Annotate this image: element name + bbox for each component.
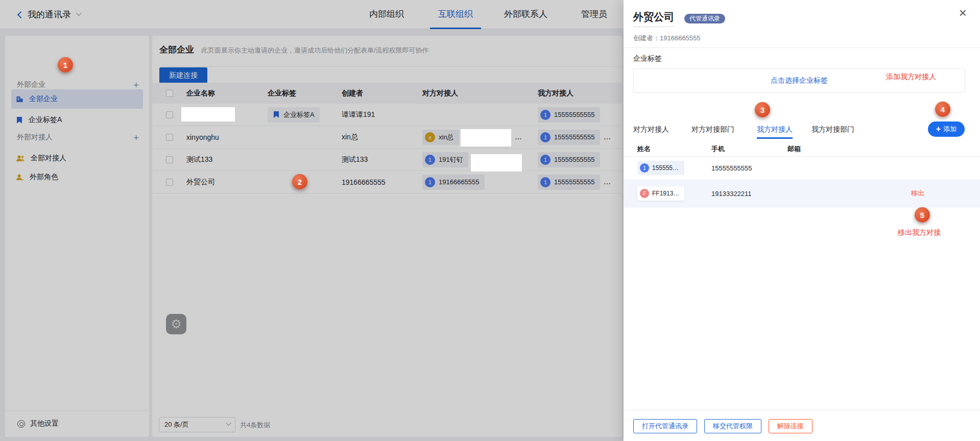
contact-name-chip[interactable]: 1155555555... [637, 161, 684, 175]
contact-name: FF1913332... [652, 190, 680, 197]
col-phone: 手机 [711, 144, 725, 154]
contact-name: 155555555... [652, 164, 680, 172]
contact-row: 1155555555...15555555555 [624, 157, 980, 179]
close-icon[interactable]: × [959, 6, 967, 19]
add-contact-button[interactable]: + 添加 [928, 121, 965, 137]
select-tag-link[interactable]: 点击选择企业标签 [771, 76, 828, 85]
divider [624, 410, 980, 410]
avatar: F [640, 189, 649, 198]
annotation-remove-contact: 移出我方对接 [898, 228, 941, 237]
step-badge-2: 2 [292, 174, 307, 189]
redaction-box [181, 107, 235, 121]
plus-icon: + [936, 125, 941, 134]
redaction-box [471, 154, 522, 172]
managed-directory-badge: 代管通讯录 [684, 14, 725, 23]
open-managed-directory-button[interactable]: 打开代管通讯录 [633, 419, 697, 433]
step-badge-1: 1 [58, 57, 73, 72]
contact-phone: 19133322211 [711, 190, 752, 198]
redaction-box [461, 129, 511, 146]
step-badge-5: 5 [915, 207, 930, 223]
drawer-tab-1[interactable]: 对方对接人 [633, 121, 669, 137]
drawer-tab-2[interactable]: 对方对接部门 [691, 121, 734, 137]
step-badge-4: 4 [935, 102, 950, 117]
contact-row: FFF1913332...19133322211移出 [624, 179, 980, 208]
drawer-title: 外贸公司 [633, 10, 674, 27]
drawer-tab-3[interactable]: 我方对接人 [757, 121, 793, 137]
col-name: 姓名 [637, 144, 651, 154]
drawer-creator: 创建者：19166665555 [633, 34, 701, 43]
divider [624, 47, 980, 48]
avatar: 1 [640, 163, 649, 173]
disconnect-button[interactable]: 解除连接 [769, 419, 812, 433]
annotation-add-contact: 添加我方对接人 [886, 72, 936, 82]
transfer-managed-rights-button[interactable]: 移交代管权限 [704, 419, 761, 433]
contacts-header: 姓名 手机 邮箱 [624, 143, 980, 157]
tag-section-label: 企业标签 [633, 54, 662, 63]
contact-phone: 15555555555 [711, 164, 752, 172]
remove-contact-link[interactable]: 移出 [911, 189, 924, 198]
col-email: 邮箱 [787, 144, 801, 154]
contact-name-chip[interactable]: FFF1913332... [637, 186, 684, 201]
drawer-tab-4[interactable]: 我方对接部门 [811, 121, 854, 137]
step-badge-3: 3 [755, 102, 770, 117]
